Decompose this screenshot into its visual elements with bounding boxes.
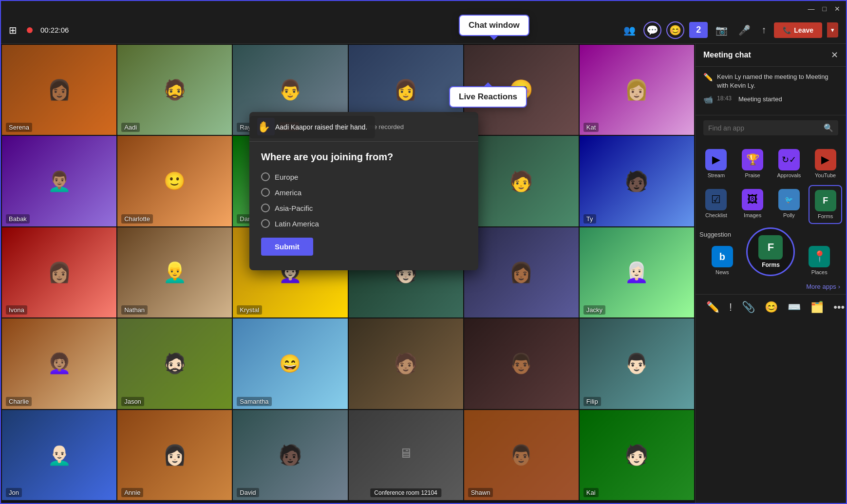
app-finder: 🔍 bbox=[696, 115, 846, 140]
name-tag-kat: Kat bbox=[583, 123, 599, 132]
name-tag-david: David bbox=[237, 488, 259, 497]
avatar-annie: 👩🏻 bbox=[117, 410, 232, 500]
share-button[interactable]: ↑ bbox=[758, 21, 769, 38]
video-cell-aadi[interactable]: 🧔 Aadi bbox=[117, 45, 232, 135]
video-cell-conf[interactable]: 🖥 Conference room 12104 bbox=[349, 410, 463, 500]
checklist-icon: ☑ bbox=[705, 189, 727, 210]
keyboard-icon[interactable]: ⌨️ bbox=[785, 298, 804, 317]
chat-button[interactable]: 💬 bbox=[643, 21, 661, 39]
chat-title: Meeting chat bbox=[703, 51, 751, 59]
poll-option-america[interactable]: America bbox=[261, 188, 467, 197]
polly-icon: 🐦 bbox=[778, 189, 800, 210]
video-cell-samantha[interactable]: 😄 Samantha bbox=[233, 318, 347, 409]
approvals-label: Approvals bbox=[777, 172, 801, 178]
video-cell-kat[interactable]: 👩🏼 Kat bbox=[580, 45, 694, 135]
video-cell-annie[interactable]: 👩🏻 Annie bbox=[117, 410, 232, 500]
app-news[interactable]: b News bbox=[699, 242, 745, 279]
video-cell-jason[interactable]: 🧔🏻 Jason bbox=[117, 318, 232, 409]
emoji-charlotte: 🙂 bbox=[164, 171, 186, 191]
video-cell-p23[interactable]: 👨🏾 bbox=[464, 318, 579, 409]
exclaim-icon[interactable]: ! bbox=[726, 298, 735, 317]
video-cell-ty[interactable]: 🧑🏿 Ty bbox=[580, 136, 694, 226]
video-cell-p11[interactable]: 🧑 bbox=[464, 136, 579, 226]
app-forms[interactable]: F Forms bbox=[809, 185, 842, 224]
app-checklist[interactable]: ☑ Checklist bbox=[699, 185, 733, 224]
emoji-icon[interactable]: 😊 bbox=[762, 298, 781, 317]
stream-label: Stream bbox=[708, 172, 725, 178]
video-cell-david[interactable]: 🧑🏿 David bbox=[233, 410, 347, 500]
radio-latin[interactable] bbox=[261, 219, 270, 228]
chat-message-2: 📹 18:43 Meeting started bbox=[703, 95, 838, 104]
right-panel: Meeting chat ✕ ✏️ Kevin Ly named the mee… bbox=[695, 44, 846, 503]
radio-europe[interactable] bbox=[261, 172, 270, 181]
pencil-icon: ✏️ bbox=[703, 73, 713, 82]
video-cell-serena[interactable]: 👩🏾 Serena bbox=[2, 45, 116, 135]
video-cell-jon[interactable]: 👨🏻‍🦲 Jon bbox=[2, 410, 116, 500]
video-cell-shawn[interactable]: 👨🏾 Shawn bbox=[464, 410, 579, 500]
search-icon: 🔍 bbox=[824, 123, 833, 132]
approvals-icon: ↻✓ bbox=[778, 149, 800, 170]
name-tag-nathan: Nathan bbox=[121, 305, 148, 315]
layout-icon[interactable]: 🗂️ bbox=[808, 298, 827, 317]
app-stream[interactable]: ▶ Stream bbox=[699, 145, 733, 182]
poll-body: Where are you joining from? Europe Ameri… bbox=[249, 142, 478, 270]
edit-icon[interactable]: ✏️ bbox=[703, 298, 722, 317]
avatar-shawn: 👨🏾 bbox=[464, 410, 579, 500]
app-search-input[interactable] bbox=[708, 124, 821, 132]
video-cell-babak[interactable]: 👨🏽‍🦱 Babak bbox=[2, 136, 116, 226]
app-places[interactable]: 📍 Places bbox=[796, 242, 842, 279]
leave-button[interactable]: 📞 Leave bbox=[774, 22, 822, 38]
apps-grid: ▶ Stream 🏆 Praise ↻✓ Approvals ▶ YouTube… bbox=[696, 140, 846, 229]
avatar-p23: 👨🏾 bbox=[464, 318, 579, 409]
video-cell-nathan[interactable]: 👱‍♂️ Nathan bbox=[117, 227, 232, 317]
avatar-p17: 👩🏾 bbox=[464, 227, 579, 317]
avatar-aadi: 🧔 bbox=[117, 45, 232, 135]
suggestions-section: Suggestion b News F Forms bbox=[696, 229, 846, 279]
video-icon: 📹 bbox=[703, 95, 713, 104]
app-praise[interactable]: 🏆 Praise bbox=[736, 145, 770, 182]
radio-america[interactable] bbox=[261, 188, 270, 197]
app-youtube[interactable]: ▶ YouTube bbox=[809, 145, 842, 182]
name-tag-charlotte: Charlotte bbox=[121, 214, 153, 224]
video-cell-ivona[interactable]: 👩🏽 Ivona bbox=[2, 227, 116, 317]
submit-button[interactable]: Submit bbox=[261, 238, 313, 256]
app-forms2[interactable]: F Forms bbox=[748, 242, 794, 279]
camera-button[interactable]: 📷 bbox=[713, 21, 731, 39]
app-approvals[interactable]: ↻✓ Approvals bbox=[772, 145, 806, 182]
maximize-button[interactable]: □ bbox=[823, 5, 827, 13]
app-images[interactable]: 🖼 Images bbox=[736, 185, 770, 224]
leave-dropdown[interactable]: ▾ bbox=[827, 22, 838, 37]
participants-button[interactable]: 👥 bbox=[621, 21, 639, 39]
video-cell-charlotte[interactable]: 🙂 Charlotte bbox=[117, 136, 232, 226]
reactions-button[interactable]: 😊 bbox=[666, 21, 684, 39]
avatar-serena: 👩🏾 bbox=[2, 45, 116, 135]
video-cell-p22[interactable]: 🧑🏽 bbox=[349, 318, 463, 409]
close-button[interactable]: ✕ bbox=[834, 5, 840, 13]
checklist-label: Checklist bbox=[705, 212, 727, 218]
chat-msg-1-text: Kevin Ly named the meeting to Meeting wi… bbox=[717, 73, 838, 90]
more-apps-link[interactable]: More apps › bbox=[696, 279, 846, 294]
badge-button[interactable]: 2 bbox=[689, 22, 708, 38]
radio-asia[interactable] bbox=[261, 204, 270, 212]
video-cell-kai[interactable]: 🧑🏻 Kai bbox=[580, 410, 694, 500]
attach-icon[interactable]: 📎 bbox=[739, 298, 758, 317]
name-tag-annie: Annie bbox=[121, 488, 143, 497]
video-cell-p17[interactable]: 👩🏾 bbox=[464, 227, 579, 317]
close-chat-button[interactable]: ✕ bbox=[831, 50, 838, 60]
poll-option-latin[interactable]: Latin America bbox=[261, 219, 467, 228]
video-cell-filip[interactable]: 👨🏻 Filip bbox=[580, 318, 694, 409]
name-tag-samantha: Samantha bbox=[237, 397, 271, 406]
mic-button[interactable]: 🎤 bbox=[735, 21, 753, 39]
name-tag-aadi: Aadi bbox=[121, 123, 140, 132]
minimize-button[interactable]: — bbox=[808, 5, 815, 13]
avatar-p11: 🧑 bbox=[464, 136, 579, 226]
poll-option-asia[interactable]: Asia-Pacific bbox=[261, 204, 467, 212]
name-tag-krystal: Krystal bbox=[237, 305, 262, 315]
video-cell-jacky[interactable]: 👩🏻‍🦳 Jacky bbox=[580, 227, 694, 317]
video-cell-charlie[interactable]: 👩🏽‍🦱 Charlie bbox=[2, 318, 116, 409]
more-options-icon[interactable]: ••• bbox=[830, 298, 846, 317]
app-polly[interactable]: 🐦 Polly bbox=[772, 185, 806, 224]
poll-option-europe[interactable]: Europe bbox=[261, 172, 467, 181]
avatar-filip: 👨🏻 bbox=[580, 318, 694, 409]
chat-message-1: ✏️ Kevin Ly named the meeting to Meeting… bbox=[703, 73, 838, 90]
